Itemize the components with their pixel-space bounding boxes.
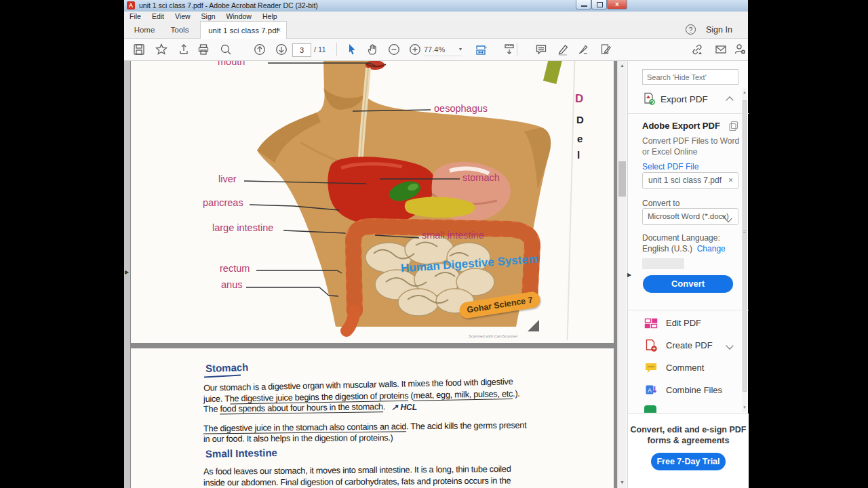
- restore-icon: [597, 2, 603, 7]
- diagram-label-mouth: mouth: [218, 61, 245, 67]
- help-icon[interactable]: ?: [686, 24, 696, 35]
- menu-window[interactable]: Window: [221, 12, 257, 21]
- main-area: ▶: [124, 61, 748, 488]
- save-icon[interactable]: [133, 43, 145, 56]
- page-corner-fold: [528, 320, 539, 331]
- adobe-export-pdf-title: Adobe Export PDF: [642, 121, 720, 131]
- restore-button[interactable]: [591, 0, 607, 9]
- svg-text:A: A: [648, 387, 652, 394]
- tab-home[interactable]: Home: [128, 21, 161, 39]
- free-trial-button[interactable]: Free 7-Day Trial: [651, 453, 726, 470]
- search-icon[interactable]: [220, 43, 232, 56]
- diagram-label-rectum: rectum: [220, 263, 250, 274]
- remove-file-icon[interactable]: ×: [723, 173, 733, 188]
- paragraph-line: in our food. It also helps in the digest…: [203, 432, 393, 444]
- sidebar-item-label: Create PDF: [666, 340, 713, 350]
- stamp-tool-icon[interactable]: [599, 43, 612, 56]
- diagram-label-anus: anus: [221, 279, 242, 290]
- trial-promo-card: Convert, edit and e-sign PDF forms & agr…: [628, 413, 749, 488]
- change-language-link[interactable]: Change: [697, 244, 726, 253]
- sidebar-scrollbar[interactable]: ▲ ≡ ▼: [742, 88, 747, 412]
- sidebar-item-combine-files[interactable]: A Combine Files: [628, 384, 749, 400]
- create-pdf-icon: [644, 339, 658, 352]
- sidebar-scrollbar-thumb[interactable]: [743, 100, 747, 392]
- fill-sign-icon[interactable]: [577, 43, 589, 56]
- format-dropdown[interactable]: Microsoft Word (*.docx): [642, 208, 738, 225]
- hand-tool-icon[interactable]: [366, 43, 378, 56]
- diagram-label-oesophagus: oesophagus: [434, 103, 488, 114]
- export-description-line1: Convert PDF Files to Word: [642, 136, 739, 146]
- tab-close-icon[interactable]: ×: [277, 22, 281, 39]
- selected-file-chip[interactable]: unit 1 sci class 7.pdf ×: [642, 172, 738, 189]
- document-canvas[interactable]: mouth oesophagus liver stomach pancreas …: [130, 61, 617, 488]
- selected-file-name: unit 1 sci class 7.pdf: [643, 176, 722, 185]
- star-icon[interactable]: [155, 43, 167, 56]
- heading-underline: [204, 375, 241, 378]
- right-panel-collapse-icon[interactable]: ▶: [627, 272, 631, 278]
- sidebar-item-edit-pdf[interactable]: Edit PDF: [628, 317, 749, 333]
- sidebar-item-comment[interactable]: Comment: [628, 361, 749, 378]
- search-input[interactable]: [642, 69, 738, 85]
- menu-file[interactable]: File: [124, 12, 146, 21]
- ruler-tool-icon[interactable]: [503, 43, 515, 56]
- edge-letter: e: [577, 133, 583, 144]
- comment-icon[interactable]: [535, 43, 547, 56]
- select-pdf-file-link[interactable]: Select PDF File: [642, 162, 698, 171]
- select-tool-icon[interactable]: [346, 43, 358, 56]
- menu-sign[interactable]: Sign: [196, 12, 221, 21]
- tab-document-label: unit 1 sci class 7.pdf: [208, 26, 279, 35]
- divider: [628, 310, 749, 310]
- zoom-out-icon[interactable]: [388, 43, 400, 56]
- sidebar-item-create-pdf[interactable]: Create PDF: [628, 339, 749, 355]
- diagram-label-large-intestine: large intestine: [212, 222, 273, 233]
- expand-chevron-icon[interactable]: [726, 342, 733, 349]
- previous-page-icon[interactable]: [254, 43, 266, 56]
- sidebar-scroll-down-icon[interactable]: ▼: [742, 405, 747, 409]
- user-account-icon[interactable]: [734, 43, 746, 56]
- sign-in-button[interactable]: Sign In: [706, 21, 732, 39]
- menu-help[interactable]: Help: [257, 12, 283, 21]
- share-icon[interactable]: [178, 43, 190, 56]
- menu-view[interactable]: View: [170, 12, 196, 21]
- menu-edit[interactable]: Edit: [146, 12, 170, 21]
- toolbar-separator: [517, 43, 517, 56]
- scroll-down-icon[interactable]: ▼: [618, 480, 627, 485]
- minimize-button[interactable]: [576, 0, 591, 9]
- heading-stomach: Stomach: [205, 361, 249, 374]
- export-pdf-panel-header[interactable]: Export PDF: [628, 92, 749, 108]
- sidebar-item-label: Combine Files: [666, 385, 722, 395]
- link-share-icon[interactable]: [691, 43, 703, 56]
- copy-pages-icon: [728, 121, 739, 134]
- tab-document[interactable]: unit 1 sci class 7.pdf ×: [200, 21, 287, 39]
- print-icon[interactable]: [197, 43, 210, 56]
- close-button[interactable]: ×: [607, 0, 627, 9]
- edge-letter: l: [577, 149, 580, 161]
- highlighter-icon[interactable]: [557, 43, 569, 56]
- toolbar-separator: [336, 43, 337, 56]
- page-number-input[interactable]: 3: [292, 43, 311, 57]
- sidebar-item-label: Comment: [666, 363, 704, 373]
- camscanner-watermark: Scanned with CamScanner: [469, 334, 518, 338]
- convert-button[interactable]: Convert: [643, 275, 733, 293]
- paragraph-line: The food spends about four hours in the …: [203, 401, 385, 414]
- email-icon[interactable]: [715, 43, 727, 56]
- next-page-icon[interactable]: [275, 43, 288, 56]
- format-value: Microsoft Word (*.docx): [643, 212, 729, 220]
- tab-tools[interactable]: Tools: [163, 21, 196, 39]
- diagram-label-small-intestine: small intestine: [422, 230, 484, 241]
- export-description-line2: or Excel Online: [642, 146, 697, 157]
- zoom-in-icon[interactable]: [409, 43, 421, 56]
- sidebar-scroll-up-icon[interactable]: ▲: [742, 90, 747, 94]
- scrollbar-thumb[interactable]: [618, 161, 626, 197]
- convert-to-label: Convert to: [642, 199, 679, 208]
- left-panel-expand-icon[interactable]: ▶: [125, 270, 129, 275]
- collapse-chevron-icon[interactable]: [726, 96, 733, 104]
- paragraph-line: As food leaves our stomach, it moves int…: [203, 464, 511, 476]
- close-icon: ×: [608, 0, 627, 9]
- scroll-up-icon[interactable]: ▲: [618, 63, 627, 68]
- toolbar: 3 / 11 77.4%▾: [124, 39, 748, 61]
- left-panel-strip: ▶: [124, 61, 130, 488]
- document-scrollbar[interactable]: ▲ ▼: [617, 61, 627, 488]
- page-fit-icon[interactable]: [475, 43, 487, 56]
- zoom-level-dropdown[interactable]: 77.4%▾: [424, 43, 462, 56]
